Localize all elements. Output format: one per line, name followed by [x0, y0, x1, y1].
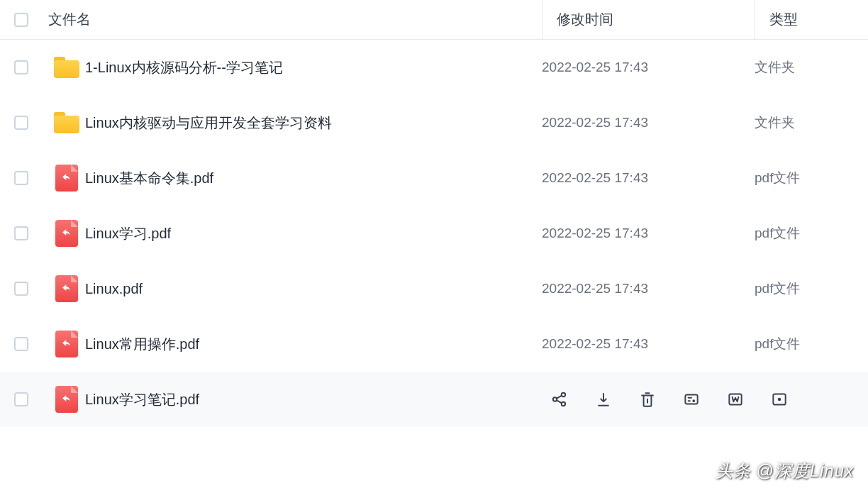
file-name[interactable]: Linux学习.pdf [85, 224, 171, 243]
file-type: pdf文件 [755, 335, 800, 353]
file-date: 2022-02-25 17:43 [542, 170, 648, 186]
more-button[interactable] [769, 389, 790, 410]
rename-button[interactable] [681, 389, 702, 410]
file-date: 2022-02-25 17:43 [542, 281, 648, 296]
file-type: 文件夹 [755, 113, 795, 132]
file-table: 文件名 修改时间 类型 1-Linux内核源码分析--学习笔记2022-02-2… [0, 0, 868, 427]
file-date: 2022-02-25 17:43 [542, 336, 648, 352]
table-row[interactable]: 1-Linux内核源码分析--学习笔记2022-02-25 17:43文件夹 [0, 40, 868, 95]
header-type[interactable]: 类型 [755, 0, 868, 39]
table-row[interactable]: Linux学习.pdf2022-02-25 17:43pdf文件 [0, 206, 868, 261]
table-row[interactable]: Linux常用操作.pdf2022-02-25 17:43pdf文件 [0, 316, 868, 372]
table-row[interactable]: Linux内核驱动与应用开发全套学习资料2022-02-25 17:43文件夹 [0, 95, 868, 150]
download-button[interactable] [593, 389, 614, 410]
row-checkbox[interactable] [14, 337, 28, 351]
select-all-checkbox[interactable] [14, 13, 28, 27]
row-checkbox[interactable] [14, 116, 28, 130]
file-type: pdf文件 [755, 224, 800, 243]
header-date[interactable]: 修改时间 [542, 0, 755, 39]
svg-point-9 [779, 399, 781, 401]
pdf-icon [55, 220, 78, 247]
svg-line-4 [557, 400, 562, 403]
file-type: pdf文件 [755, 279, 800, 298]
file-date: 2022-02-25 17:43 [542, 226, 648, 241]
svg-line-3 [557, 396, 562, 399]
row-checkbox[interactable] [14, 171, 28, 185]
file-name[interactable]: Linux.pdf [85, 281, 143, 297]
row-checkbox[interactable] [14, 282, 28, 296]
svg-rect-5 [685, 395, 697, 404]
pdf-icon [55, 331, 78, 357]
row-checkbox[interactable] [14, 226, 28, 240]
folder-icon [54, 112, 79, 133]
share-button[interactable] [549, 389, 570, 410]
file-type: 文件夹 [755, 58, 795, 77]
table-row[interactable]: Linux学习笔记.pdf [0, 372, 868, 427]
table-row[interactable]: Linux.pdf2022-02-25 17:43pdf文件 [0, 261, 868, 316]
header-name[interactable]: 文件名 [43, 10, 542, 29]
pdf-icon [55, 386, 78, 413]
delete-button[interactable] [637, 389, 658, 410]
file-date: 2022-02-25 17:43 [542, 115, 648, 131]
file-name[interactable]: Linux内核驱动与应用开发全套学习资料 [85, 113, 332, 133]
open-word-button[interactable] [725, 389, 746, 410]
pdf-icon [55, 275, 78, 302]
file-type: pdf文件 [755, 169, 800, 187]
table-row[interactable]: Linux基本命令集.pdf2022-02-25 17:43pdf文件 [0, 150, 868, 206]
pdf-icon [55, 165, 78, 192]
row-actions [542, 389, 868, 410]
file-name[interactable]: Linux常用操作.pdf [85, 335, 199, 354]
svg-point-6 [693, 400, 694, 401]
row-checkbox[interactable] [14, 60, 28, 74]
folder-icon [54, 57, 79, 78]
watermark: 头条 @深度Linux [716, 460, 854, 482]
file-name[interactable]: Linux基本命令集.pdf [85, 169, 213, 188]
table-header: 文件名 修改时间 类型 [0, 0, 868, 40]
file-name[interactable]: 1-Linux内核源码分析--学习笔记 [85, 58, 283, 77]
file-date: 2022-02-25 17:43 [542, 60, 648, 75]
row-checkbox[interactable] [14, 392, 28, 406]
file-name[interactable]: Linux学习笔记.pdf [85, 390, 199, 409]
